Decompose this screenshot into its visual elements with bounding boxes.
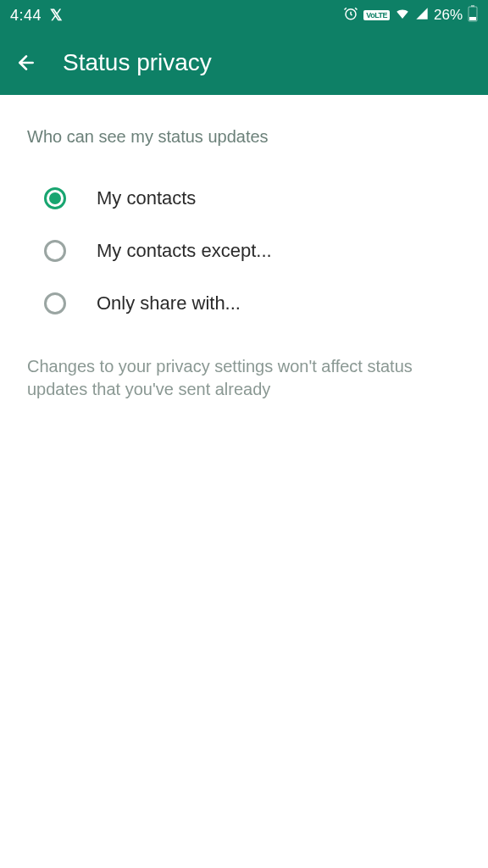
content-area: Who can see my status updates My contact… bbox=[0, 95, 488, 401]
radio-label: My contacts except... bbox=[97, 240, 272, 262]
status-left-group: 4:44 𝕏 bbox=[10, 6, 63, 25]
radio-indicator bbox=[44, 240, 66, 262]
signal-icon bbox=[415, 7, 429, 25]
android-status-bar: 4:44 𝕏 VoLTE 26% bbox=[0, 0, 488, 31]
radio-label: Only share with... bbox=[97, 292, 241, 314]
radio-indicator bbox=[44, 292, 66, 314]
alarm-icon bbox=[343, 6, 358, 25]
app-bar: Status privacy bbox=[0, 31, 488, 95]
radio-option-my-contacts-except[interactable]: My contacts except... bbox=[27, 225, 461, 277]
wifi-icon bbox=[395, 6, 410, 25]
x-app-icon: 𝕏 bbox=[50, 6, 63, 25]
status-right-group: VoLTE 26% bbox=[343, 5, 478, 26]
svg-rect-3 bbox=[469, 17, 476, 20]
radio-option-my-contacts[interactable]: My contacts bbox=[27, 172, 461, 225]
back-button[interactable] bbox=[15, 52, 37, 74]
volte-icon: VoLTE bbox=[363, 10, 390, 20]
footer-note: Changes to your privacy settings won't a… bbox=[27, 330, 461, 401]
radio-label: My contacts bbox=[97, 187, 196, 209]
battery-percentage: 26% bbox=[434, 7, 463, 24]
battery-icon bbox=[468, 5, 478, 26]
status-time: 4:44 bbox=[10, 7, 42, 25]
svg-rect-2 bbox=[471, 5, 474, 7]
radio-indicator bbox=[44, 187, 66, 209]
section-heading: Who can see my status updates bbox=[27, 127, 461, 147]
page-title: Status privacy bbox=[63, 49, 212, 76]
radio-option-only-share-with[interactable]: Only share with... bbox=[27, 277, 461, 330]
